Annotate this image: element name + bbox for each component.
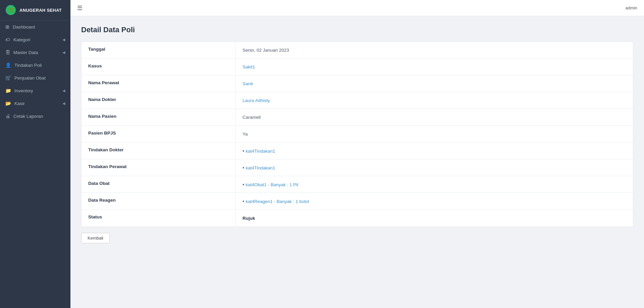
main-area: ☰ admin Detail Data Poli TanggalSenin, 0… xyxy=(70,0,644,308)
detail-row-1: KasusSakit1 xyxy=(82,59,633,75)
kategori-icon: 🏷 xyxy=(5,37,10,42)
master-data-icon: 🗄 xyxy=(5,50,10,55)
sidebar-item-master-data[interactable]: 🗄Master Data◀ xyxy=(0,46,70,59)
chevron-icon-inventory: ◀ xyxy=(62,89,65,93)
sidebar-logo: 🌿 ANUGERAH SEHAT xyxy=(0,0,70,20)
detail-value-3: Laura Adhisty xyxy=(236,92,633,109)
tindakan-poli-icon: 👤 xyxy=(5,62,11,68)
sidebar-item-penjualan-obat[interactable]: 🛒Penjualan Obat xyxy=(0,71,70,84)
sidebar-item-kategori[interactable]: 🏷Kategori◀ xyxy=(0,33,70,46)
link-value-3: Laura Adhisty xyxy=(243,98,270,103)
detail-value-2: Santi xyxy=(236,75,633,92)
content-area: Detail Data Poli TanggalSenin, 02 Januar… xyxy=(70,16,644,308)
penjualan-obat-icon: 🛒 xyxy=(5,75,11,81)
logo-icon: 🌿 xyxy=(5,5,16,15)
detail-label-5: Pasien BPJS xyxy=(82,126,236,142)
detail-row-8: Data Obatkat4Obat1 - Banyak : 1 Pil xyxy=(82,176,633,193)
detail-row-0: TanggalSenin, 02 Januari 2023 xyxy=(82,42,633,59)
sidebar: 🌿 ANUGERAH SEHAT ⊞Dashboard🏷Kategori◀🗄Ma… xyxy=(0,0,70,308)
detail-label-0: Tanggal xyxy=(82,42,236,58)
detail-label-7: Tindakan Perawat xyxy=(82,159,236,176)
detail-label-2: Nama Perawat xyxy=(82,75,236,92)
svg-text:🌿: 🌿 xyxy=(8,7,14,13)
sidebar-item-dashboard[interactable]: ⊞Dashboard xyxy=(0,20,70,33)
detail-value-7: kat4Tindakan1 xyxy=(236,159,633,176)
detail-value-5: Ya xyxy=(236,126,633,142)
sidebar-item-label-master-data: Master Data xyxy=(13,50,38,55)
admin-label: admin xyxy=(626,5,637,10)
detail-label-1: Kasus xyxy=(82,59,236,75)
bullet-item-7: kat4Tindakan1 xyxy=(243,164,275,171)
detail-card: TanggalSenin, 02 Januari 2023KasusSakit1… xyxy=(81,42,633,227)
detail-label-8: Data Obat xyxy=(82,176,236,193)
link-value-1: Sakit1 xyxy=(243,64,255,69)
sidebar-item-label-dashboard: Dashboard xyxy=(13,24,35,30)
bullet-item-9: kat4Reagen1 - Banyak : 1 botol xyxy=(243,198,309,205)
kasir-icon: 📂 xyxy=(5,101,11,106)
detail-row-7: Tindakan Perawatkat4Tindakan1 xyxy=(82,159,633,176)
sidebar-item-inventory[interactable]: 📁Inventory◀ xyxy=(0,84,70,97)
inventory-icon: 📁 xyxy=(5,88,11,93)
detail-label-4: Nama Pasien xyxy=(82,109,236,125)
detail-row-6: Tindakan Dokterkat4Tindakan1 xyxy=(82,143,633,159)
detail-label-10: Status xyxy=(82,210,236,226)
detail-row-9: Data Reagenkat4Reagen1 - Banyak : 1 boto… xyxy=(82,193,633,210)
topbar: ☰ admin xyxy=(70,0,644,16)
app-name: ANUGERAH SEHAT xyxy=(19,8,62,13)
sidebar-item-tindakan-poli[interactable]: 👤Tindakan Poli xyxy=(0,59,70,71)
sidebar-item-cetak-laporan[interactable]: 🖨Cetak Laporan xyxy=(0,110,70,122)
detail-value-8: kat4Obat1 - Banyak : 1 Pil xyxy=(236,176,633,193)
dashboard-icon: ⊞ xyxy=(5,24,9,30)
detail-value-10: Rujuk xyxy=(236,210,633,226)
cetak-laporan-icon: 🖨 xyxy=(5,113,10,119)
kembali-button[interactable]: Kembali xyxy=(81,233,110,243)
sidebar-item-kasir[interactable]: 📂Kasir◀ xyxy=(0,97,70,110)
detail-row-3: Nama DokterLaura Adhisty xyxy=(82,92,633,109)
link-value-2: Santi xyxy=(243,81,253,86)
sidebar-item-label-kategori: Kategori xyxy=(13,37,30,42)
sidebar-item-label-kasir: Kasir xyxy=(14,101,25,106)
detail-row-2: Nama PerawatSanti xyxy=(82,75,633,92)
page-title: Detail Data Poli xyxy=(81,25,633,34)
bullet-item-8: kat4Obat1 - Banyak : 1 Pil xyxy=(243,181,298,188)
detail-row-4: Nama PasienCaramell xyxy=(82,109,633,126)
bullet-item-6: kat4Tindakan1 xyxy=(243,147,275,154)
detail-value-1: Sakit1 xyxy=(236,59,633,75)
hamburger-icon[interactable]: ☰ xyxy=(77,4,83,12)
chevron-icon-kategori: ◀ xyxy=(62,38,65,42)
chevron-icon-kasir: ◀ xyxy=(62,101,65,106)
detail-value-9: kat4Reagen1 - Banyak : 1 botol xyxy=(236,193,633,209)
chevron-icon-master-data: ◀ xyxy=(62,50,65,55)
detail-value-4: Caramell xyxy=(236,109,633,125)
sidebar-item-label-tindakan-poli: Tindakan Poli xyxy=(14,63,42,68)
detail-value-0: Senin, 02 Januari 2023 xyxy=(236,42,633,58)
sidebar-item-label-inventory: Inventory xyxy=(14,88,33,93)
detail-value-6: kat4Tindakan1 xyxy=(236,143,633,159)
sidebar-item-label-cetak-laporan: Cetak Laporan xyxy=(13,114,43,119)
detail-row-5: Pasien BPJSYa xyxy=(82,126,633,143)
detail-label-9: Data Reagen xyxy=(82,193,236,209)
sidebar-nav: ⊞Dashboard🏷Kategori◀🗄Master Data◀👤Tindak… xyxy=(0,20,70,122)
detail-label-3: Nama Dokter xyxy=(82,92,236,109)
detail-row-10: StatusRujuk xyxy=(82,210,633,226)
sidebar-item-label-penjualan-obat: Penjualan Obat xyxy=(14,75,46,81)
detail-label-6: Tindakan Dokter xyxy=(82,143,236,159)
